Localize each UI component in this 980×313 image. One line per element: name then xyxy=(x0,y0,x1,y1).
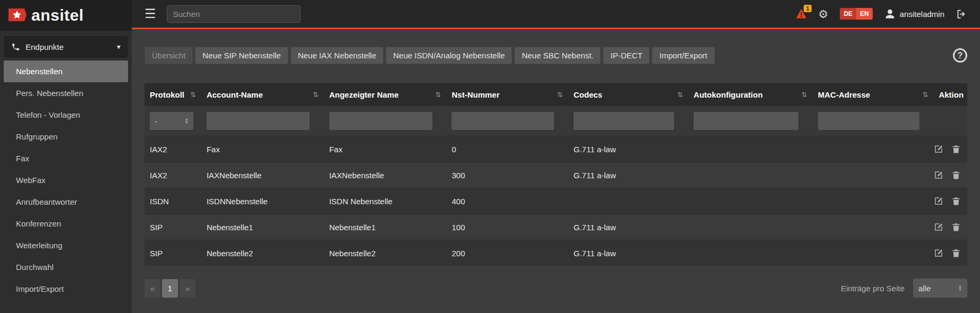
cell-nst-nummer: 100 xyxy=(446,214,568,240)
cell-protokoll: SIP xyxy=(144,214,201,240)
page-size-label: Einträge pro Seite xyxy=(841,284,905,293)
column-header-account-name[interactable]: Account-Name⇅ xyxy=(201,83,324,106)
column-label: Account-Name xyxy=(207,90,263,99)
edit-button[interactable] xyxy=(934,248,943,258)
tab-neue-isdn-analog-nebenstelle[interactable]: Neue ISDN/Analog Nebenstelle xyxy=(386,47,512,64)
user-icon xyxy=(884,8,896,20)
sidebar-item-import-export[interactable]: Import/Export xyxy=(0,278,132,300)
table-header-row: Protokoll⇅ Account-Name⇅ Angezeigter Nam… xyxy=(144,83,967,106)
column-header-protokoll[interactable]: Protokoll⇅ xyxy=(144,83,201,106)
logo[interactable]: ansitel xyxy=(0,0,132,31)
filter-autokonfiguration-input[interactable] xyxy=(694,112,798,130)
logout-button[interactable] xyxy=(956,8,967,20)
filter-nst-nummer-input[interactable] xyxy=(451,112,554,130)
pagination-page-1-button[interactable]: 1 xyxy=(162,279,178,298)
page-size-value: alle xyxy=(918,284,931,293)
sidebar-item-pers-nebenstellen[interactable]: Pers. Nebenstellen xyxy=(0,82,132,104)
select-caret-icon: ▲▼ xyxy=(185,118,189,124)
sidebar-item-durchwahl[interactable]: Durchwahl xyxy=(0,256,132,278)
column-header-angezeigter-name[interactable]: Angezeigter Name⇅ xyxy=(324,83,447,106)
sidebar-item-nebenstellen[interactable]: Nebenstellen xyxy=(4,60,128,82)
alert-count-badge: 1 xyxy=(804,5,811,12)
user-menu[interactable]: ansiteladmin xyxy=(884,8,944,20)
sort-icon[interactable]: ⇅ xyxy=(923,91,928,99)
topbar: ☰ 1 ⚙ DE EN xyxy=(132,0,980,29)
tab-ip-dect[interactable]: IP-DECT xyxy=(603,47,650,64)
delete-button[interactable] xyxy=(951,144,961,154)
sidebar-section-endpunkte[interactable]: Endpunkte ▾ xyxy=(4,36,127,57)
column-label: Protokoll xyxy=(150,90,184,99)
column-header-codecs[interactable]: Codecs⇅ xyxy=(568,83,688,106)
logout-icon xyxy=(956,8,967,20)
column-header-nst-nummer[interactable]: Nst-Nummer⇅ xyxy=(446,83,568,106)
help-icon[interactable]: ? xyxy=(953,48,967,63)
edit-button[interactable] xyxy=(934,170,943,180)
language-en-button[interactable]: EN xyxy=(856,8,873,20)
cell-codecs xyxy=(568,188,688,214)
edit-button[interactable] xyxy=(934,222,943,232)
sort-icon[interactable]: ⇅ xyxy=(557,91,563,99)
tab-bar: Übersicht Neue SIP Nebenstelle Neue IAX … xyxy=(144,47,967,64)
trash-icon xyxy=(951,196,961,206)
tab-neue-iax-nebenstelle[interactable]: Neue IAX Nebenstelle xyxy=(291,47,384,64)
edit-button[interactable] xyxy=(934,144,943,154)
select-caret-icon: ▲▼ xyxy=(958,285,962,291)
tab-neue-sip-nebenstelle[interactable]: Neue SIP Nebenstelle xyxy=(195,47,288,64)
cell-angezeigter-name: Fax xyxy=(324,136,447,162)
pagination-next-button[interactable]: » xyxy=(180,279,195,298)
cell-account-name: IAXNebenstelle xyxy=(201,162,324,188)
tab-neue-sbc-nebenstelle[interactable]: Neue SBC Nebenst. xyxy=(514,47,601,64)
edit-button[interactable] xyxy=(934,196,943,206)
table-row: ISDN ISDNNebenstelle ISDN Nebenstelle 40… xyxy=(144,188,967,214)
column-label: Codecs xyxy=(574,90,602,99)
pagination-prev-button[interactable]: « xyxy=(144,279,160,298)
table-row: IAX2 Fax Fax 0 G.711 a-law xyxy=(144,136,967,162)
cell-account-name: Nebenstelle2 xyxy=(201,240,324,266)
cell-autokonfiguration xyxy=(688,162,813,188)
sort-icon[interactable]: ⇅ xyxy=(436,91,441,99)
sidebar-item-anrufbeantworter[interactable]: Anrufbeantworter xyxy=(0,191,132,213)
protocol-filter-select[interactable]: -▲▼ xyxy=(150,112,193,130)
hamburger-menu-icon[interactable]: ☰ xyxy=(144,7,156,20)
filter-codecs-input[interactable] xyxy=(574,112,675,130)
sidebar-item-rufgruppen[interactable]: Rufgruppen xyxy=(0,126,132,147)
language-de-button[interactable]: DE xyxy=(840,8,856,20)
page-size-control: Einträge pro Seite alle ▲▼ xyxy=(841,279,967,298)
sidebar-item-webfax[interactable]: WebFax xyxy=(0,169,132,191)
topbar-right: 1 ⚙ DE EN ansiteladmin xyxy=(796,8,967,20)
sort-icon[interactable]: ⇅ xyxy=(190,91,196,99)
sidebar-item-telefon-vorlagen[interactable]: Telefon - Vorlagen xyxy=(0,104,132,126)
edit-icon xyxy=(934,144,943,154)
cell-codecs: G.711 a-law xyxy=(568,240,688,266)
search-input[interactable] xyxy=(167,5,301,23)
sidebar-nav: Nebenstellen Pers. Nebenstellen Telefon … xyxy=(0,60,132,300)
column-header-mac-adresse[interactable]: MAC-Adresse⇅ xyxy=(813,83,934,106)
sidebar-item-weiterleitung[interactable]: Weiterleitung xyxy=(0,234,132,256)
gear-icon[interactable]: ⚙ xyxy=(819,8,829,20)
sidebar-item-konferenzen[interactable]: Konferenzen xyxy=(0,213,132,234)
sidebar-item-fax[interactable]: Fax xyxy=(0,147,132,169)
delete-button[interactable] xyxy=(951,170,961,180)
tab-uebersicht[interactable]: Übersicht xyxy=(144,47,193,64)
sidebar-item-label: Anrufbeantworter xyxy=(16,197,77,206)
sidebar-item-label: Telefon - Vorlagen xyxy=(16,110,80,119)
delete-button[interactable] xyxy=(951,222,961,232)
extensions-table: Protokoll⇅ Account-Name⇅ Angezeigter Nam… xyxy=(144,83,967,266)
cell-angezeigter-name: ISDN Nebenstelle xyxy=(324,188,447,214)
alerts-button[interactable]: 1 xyxy=(796,8,807,20)
cell-codecs: G.711 a-law xyxy=(568,214,688,240)
filter-row: -▲▼ xyxy=(144,106,967,136)
filter-account-name-input[interactable] xyxy=(207,112,310,130)
cell-protokoll: SIP xyxy=(144,240,201,266)
column-header-aktion: Aktion xyxy=(933,83,967,106)
sort-icon[interactable]: ⇅ xyxy=(802,91,807,99)
sort-icon[interactable]: ⇅ xyxy=(313,91,319,99)
sort-icon[interactable]: ⇅ xyxy=(677,91,683,99)
filter-angezeigter-name-input[interactable] xyxy=(329,112,432,130)
page-size-select[interactable]: alle ▲▼ xyxy=(913,279,967,298)
filter-mac-adresse-input[interactable] xyxy=(818,112,919,130)
tab-import-export[interactable]: Import/Export xyxy=(652,47,714,64)
column-header-autokonfiguration[interactable]: Autokonfiguration⇅ xyxy=(688,83,813,106)
delete-button[interactable] xyxy=(951,248,961,258)
delete-button[interactable] xyxy=(951,196,961,206)
